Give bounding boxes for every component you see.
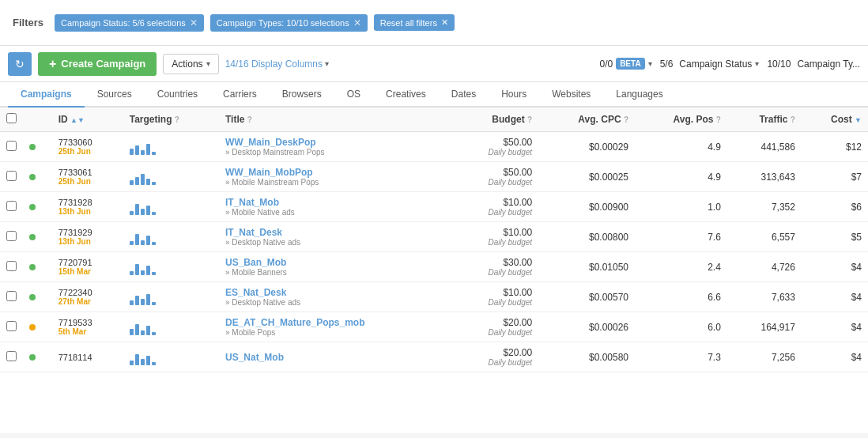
campaign-title-link[interactable]: IT_Nat_Mob <box>225 197 446 208</box>
row-cost-cell: $5 <box>802 222 868 252</box>
refresh-button[interactable]: ↻ <box>8 52 32 76</box>
campaign-title-link[interactable]: ES_Nat_Desk <box>225 287 446 298</box>
targeting-bar <box>152 242 156 245</box>
row-checkbox-cell[interactable] <box>0 252 23 282</box>
row-checkbox-cell[interactable] <box>0 222 23 252</box>
targeting-bar <box>146 266 150 275</box>
targeting-bars <box>130 229 213 245</box>
tab-websites[interactable]: Websites <box>539 82 603 108</box>
tab-creatives[interactable]: Creatives <box>373 82 439 108</box>
status-dot <box>29 264 36 270</box>
th-id[interactable]: ID ▲▼ <box>52 108 123 132</box>
campaign-title-link[interactable]: WW_Main_MobPop <box>225 167 446 178</box>
custom-dropdown[interactable]: 0/0 BETA ▾ <box>599 58 651 70</box>
th-title[interactable]: Title ? <box>219 108 452 132</box>
campaign-id[interactable]: 7733060 <box>58 138 117 147</box>
campaign-date: 13th Jun <box>58 207 117 216</box>
row-checkbox-cell[interactable] <box>0 192 23 222</box>
row-checkbox[interactable] <box>6 261 17 271</box>
row-checkbox[interactable] <box>6 291 17 301</box>
actions-button[interactable]: Actions ▾ <box>163 54 218 74</box>
campaign-id[interactable]: 7733061 <box>58 168 117 177</box>
campaign-title-link[interactable]: DE_AT_CH_Mature_Pops_mob <box>225 317 446 328</box>
campaign-types-dropdown[interactable]: 10/10 Campaign Ty... <box>767 59 860 70</box>
th-targeting[interactable]: Targeting ? <box>123 108 219 132</box>
table-row: 7719533 5th Mar DE_AT_CH_Mature_Pops_mob… <box>0 312 868 342</box>
tab-campaigns[interactable]: Campaigns <box>8 82 85 108</box>
display-columns-button[interactable]: 14/16 Display Columns ▾ <box>225 59 329 70</box>
campaign-id[interactable]: 7731929 <box>58 228 117 237</box>
row-checkbox[interactable] <box>6 141 17 151</box>
targeting-bar <box>141 150 145 155</box>
th-budget[interactable]: Budget ? <box>452 108 539 132</box>
targeting-bar <box>135 296 139 305</box>
table-row: 7733061 25th Jun WW_Main_MobPop » Mobile… <box>0 162 868 192</box>
campaign-id[interactable]: 7720791 <box>58 258 117 267</box>
tab-sources[interactable]: Sources <box>85 82 145 108</box>
th-avg-cpc[interactable]: Avg. CPC ? <box>538 108 635 132</box>
tab-carriers[interactable]: Carriers <box>210 82 270 108</box>
campaign-title-link[interactable]: IT_Nat_Desk <box>225 227 446 238</box>
campaign-status-dropdown[interactable]: 5/6 Campaign Status ▾ <box>660 59 760 70</box>
row-avg-pos-cell: 7.6 <box>635 222 727 252</box>
th-traffic[interactable]: Traffic ? <box>727 108 802 132</box>
campaign-id[interactable]: 7722340 <box>58 288 117 297</box>
row-checkbox-cell[interactable] <box>0 162 23 192</box>
tab-countries[interactable]: Countries <box>145 82 210 108</box>
campaign-id[interactable]: 7719533 <box>58 318 117 327</box>
campaign-title-link[interactable]: US_Ban_Mob <box>225 257 446 268</box>
row-checkbox-cell[interactable] <box>0 342 23 372</box>
targeting-bar <box>135 324 139 335</box>
close-icon[interactable]: ✕ <box>441 17 448 28</box>
tab-languages[interactable]: Languages <box>603 82 675 108</box>
budget-type: Daily budget <box>459 298 533 307</box>
tab-dates[interactable]: Dates <box>439 82 489 108</box>
targeting-bar <box>152 182 156 185</box>
th-cost[interactable]: Cost ▼ <box>802 108 868 132</box>
row-checkbox-cell[interactable] <box>0 312 23 342</box>
row-avg-pos-cell: 2.4 <box>635 252 727 282</box>
row-traffic-cell: 4,726 <box>727 252 802 282</box>
close-icon[interactable]: ✕ <box>190 17 198 28</box>
filter-bar: Filters Campaign Status: 5/6 selections … <box>0 0 868 46</box>
status-dot <box>29 144 36 150</box>
targeting-bar <box>130 271 134 275</box>
budget-amount: $30.00 <box>459 257 533 268</box>
row-budget-cell: $50.00 Daily budget <box>452 162 539 192</box>
campaign-title-link[interactable]: WW_Main_DeskPop <box>225 137 446 148</box>
tab-os[interactable]: OS <box>334 82 373 108</box>
filter-chip-types[interactable]: Campaign Types: 10/10 selections ✕ <box>210 14 368 32</box>
actions-label: Actions <box>172 59 202 70</box>
row-checkbox-cell[interactable] <box>0 132 23 162</box>
campaign-id[interactable]: 7718114 <box>58 353 117 362</box>
campaign-id[interactable]: 7731928 <box>58 198 117 207</box>
budget-type: Daily budget <box>459 328 533 337</box>
close-icon[interactable]: ✕ <box>353 17 361 28</box>
row-traffic-cell: 441,586 <box>727 132 802 162</box>
row-checkbox[interactable] <box>6 321 17 331</box>
row-cost-cell: $6 <box>802 192 868 222</box>
campaign-subtitle: » Mobile Banners <box>225 268 446 277</box>
row-checkbox-cell[interactable] <box>0 282 23 312</box>
row-checkbox[interactable] <box>6 351 17 361</box>
budget-type: Daily budget <box>459 268 533 277</box>
tab-hours[interactable]: Hours <box>489 82 539 108</box>
campaign-title-link[interactable]: US_Nat_Mob <box>225 352 446 363</box>
row-checkbox[interactable] <box>6 231 17 241</box>
reset-all-filters-button[interactable]: Reset all filters ✕ <box>374 14 455 31</box>
filter-chip-status[interactable]: Campaign Status: 5/6 selections ✕ <box>55 14 204 32</box>
targeting-bar <box>130 361 134 365</box>
status-dot <box>29 294 36 300</box>
row-checkbox[interactable] <box>6 201 17 211</box>
table-container: ID ▲▼ Targeting ? Title ? Budget ? Avg. … <box>0 108 868 433</box>
row-traffic-cell: 164,917 <box>727 312 802 342</box>
create-campaign-button[interactable]: + Create Campaign <box>38 52 157 76</box>
select-all-checkbox[interactable] <box>6 113 17 123</box>
targeting-bar <box>141 359 145 365</box>
status-count: 5/6 <box>660 59 674 70</box>
th-checkbox <box>0 108 23 132</box>
th-avg-pos[interactable]: Avg. Pos ? <box>635 108 727 132</box>
row-title-cell: IT_Nat_Mob » Mobile Native ads <box>219 192 452 222</box>
row-checkbox[interactable] <box>6 171 17 181</box>
tab-browsers[interactable]: Browsers <box>270 82 334 108</box>
